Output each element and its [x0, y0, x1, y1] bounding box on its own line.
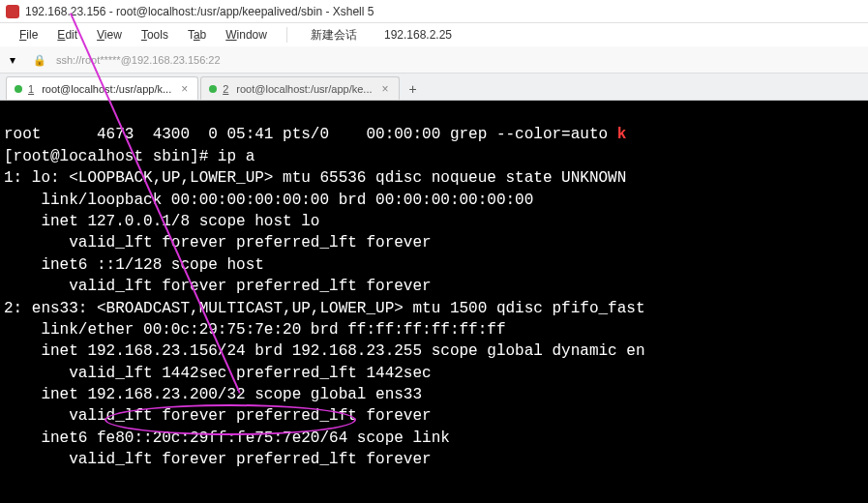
menu-view[interactable]: View — [89, 26, 130, 44]
menu-divider — [286, 27, 287, 43]
terminal-line: inet6 fe80::20c:29ff:fe75:7e20/64 scope … — [4, 429, 450, 447]
menu-tab[interactable]: Tab — [180, 26, 214, 44]
status-dot-icon — [209, 85, 217, 93]
lock-icon — [33, 53, 46, 67]
terminal-line: valid_lft forever preferred_lft forever — [4, 451, 432, 468]
tab-number: 2 — [223, 83, 228, 95]
window-title: 192.168.23.156 - root@localhost:/usr/app… — [25, 5, 374, 18]
terminal[interactable]: root 4673 4300 0 05:41 pts/0 00:00:00 gr… — [0, 101, 868, 503]
menu-window[interactable]: Window — [218, 26, 275, 44]
menu-tools[interactable]: Tools — [134, 26, 176, 44]
status-dot-icon — [15, 85, 22, 93]
terminal-line: valid_lft forever preferred_lft forever — [4, 278, 432, 295]
close-icon[interactable]: × — [382, 82, 389, 96]
terminal-line: inet 127.0.0.1/8 scope host lo — [4, 213, 319, 230]
toolbar: ▾ ssh://root*****@192.168.23.156:22 — [0, 46, 868, 74]
terminal-line: inet 192.168.23.200/32 scope global ens3… — [4, 386, 422, 403]
terminal-line: valid_lft forever preferred_lft forever — [4, 407, 432, 425]
titlebar: 192.168.23.156 - root@localhost:/usr/app… — [0, 0, 868, 23]
tabbar: 1 root@localhost:/usr/app/k... × 2 root@… — [0, 74, 868, 101]
terminal-line: root 4673 4300 0 05:41 pts/0 00:00:00 gr… — [4, 126, 617, 143]
tab-label: root@localhost:/usr/app/ke... — [236, 83, 372, 95]
terminal-line: inet 192.168.23.156/24 brd 192.168.23.25… — [4, 342, 645, 360]
terminal-line: link/loopback 00:00:00:00:00:00 brd 00:0… — [4, 192, 533, 209]
add-tab-button[interactable]: + — [402, 78, 425, 100]
terminal-line: inet6 ::1/128 scope host — [4, 256, 264, 274]
terminal-text-red: k — [617, 126, 627, 143]
tab-number: 1 — [28, 83, 34, 95]
tab-label: root@localhost:/usr/app/k... — [42, 83, 171, 95]
menubar: File Edit View Tools Tab Window 新建会话 192… — [0, 23, 868, 46]
menu-new-session[interactable]: 新建会话 — [299, 25, 369, 45]
terminal-line: 2: ens33: <BROADCAST,MULTICAST,UP,LOWER_… — [4, 300, 645, 317]
menu-ip[interactable]: 192.168.2.25 — [373, 26, 464, 44]
terminal-line: valid_lft 1442sec preferred_lft 1442sec — [4, 365, 432, 382]
terminal-line: [root@localhost sbin]# ip a — [4, 148, 254, 165]
app-icon — [6, 5, 19, 18]
tab-1[interactable]: 1 root@localhost:/usr/app/k... × — [6, 76, 198, 100]
menu-file[interactable]: File — [12, 26, 45, 44]
dropdown-icon[interactable]: ▾ — [10, 53, 23, 67]
terminal-line: 1: lo: <LOOPBACK,UP,LOWER_UP> mtu 65536 … — [4, 169, 636, 187]
tab-2[interactable]: 2 root@localhost:/usr/app/ke... × — [200, 76, 399, 100]
terminal-line: link/ether 00:0c:29:75:7e:20 brd ff:ff:f… — [4, 321, 505, 339]
terminal-line: valid_lft forever preferred_lft forever — [4, 234, 432, 252]
connection-string: ssh://root*****@192.168.23.156:22 — [56, 54, 221, 66]
menu-edit[interactable]: Edit — [49, 26, 85, 44]
close-icon[interactable]: × — [181, 82, 188, 96]
